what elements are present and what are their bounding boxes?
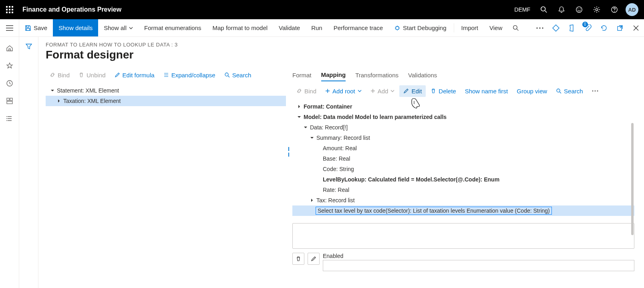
tree-row[interactable]: Format: Container xyxy=(292,101,634,112)
nav-workspaces[interactable] xyxy=(2,93,18,109)
hamburger-icon xyxy=(6,25,13,31)
left-edit-formula-button[interactable]: Edit formula xyxy=(111,69,159,81)
tab-format[interactable]: Format xyxy=(292,69,312,81)
tree-expand-toggle[interactable] xyxy=(308,199,316,202)
show-name-first-button[interactable]: Show name first xyxy=(461,85,512,97)
tree-collapse-toggle[interactable] xyxy=(49,89,56,92)
search-icon xyxy=(224,72,230,78)
show-details-button[interactable]: Show details xyxy=(53,19,98,36)
office-addin-button[interactable] xyxy=(564,19,580,36)
search-icon xyxy=(513,25,519,31)
notifications-button[interactable] xyxy=(553,0,570,19)
feedback-button[interactable] xyxy=(570,0,588,19)
close-button[interactable] xyxy=(628,19,644,36)
global-header: Finance and Operations Preview DEMF AD xyxy=(0,0,644,19)
nav-recent[interactable] xyxy=(2,75,18,91)
tree-collapse-toggle[interactable] xyxy=(296,115,303,119)
tree-node-label: Summary: Record list xyxy=(316,135,370,141)
nav-favorites[interactable] xyxy=(2,58,18,74)
performance-trace-button[interactable]: Performance trace xyxy=(328,19,388,36)
left-expand-button[interactable]: Expand/collapse xyxy=(159,69,219,81)
scrollbar-thumb[interactable] xyxy=(631,123,634,235)
left-unbind-label: Unbind xyxy=(87,72,106,79)
more-commands-button[interactable] xyxy=(532,19,548,36)
right-bind-label: Bind xyxy=(304,88,316,95)
refresh-button[interactable] xyxy=(596,19,612,36)
format-enumerations-button[interactable]: Format enumerations xyxy=(139,19,207,36)
edit-label: Edit xyxy=(411,88,422,95)
show-all-button[interactable]: Show all xyxy=(98,19,139,36)
tree-row[interactable]: Tax: Record list xyxy=(292,195,634,205)
right-bind-button[interactable]: Bind xyxy=(292,85,320,97)
add-button[interactable]: Add xyxy=(366,85,399,97)
trash-icon xyxy=(78,72,84,78)
enabled-edit-button[interactable] xyxy=(308,253,320,265)
tree-row-selected[interactable]: Taxation: XML Element xyxy=(46,96,286,106)
tree-row-selected[interactable]: Select tax level by tax code(Selector): … xyxy=(292,205,634,216)
enabled-delete-button[interactable] xyxy=(292,253,304,265)
nav-home[interactable] xyxy=(2,40,18,56)
user-avatar[interactable]: AD xyxy=(626,3,638,16)
pane-splitter[interactable] xyxy=(288,147,291,157)
tree-row[interactable]: Summary: Record list xyxy=(292,133,634,143)
tree-expand-toggle[interactable] xyxy=(296,105,303,108)
tree-row[interactable]: Model: Data model Model to learn paramet… xyxy=(292,112,634,122)
save-button[interactable]: Save xyxy=(19,19,53,36)
svg-point-23 xyxy=(536,27,537,28)
tree-collapse-toggle[interactable] xyxy=(308,136,316,139)
add-root-button[interactable]: Add root xyxy=(321,85,366,97)
formula-editor[interactable] xyxy=(292,223,634,249)
app-launcher[interactable] xyxy=(0,0,19,19)
add-root-label: Add root xyxy=(332,88,355,95)
tree-row[interactable]: Data: Record[!] xyxy=(292,122,634,133)
find-button[interactable] xyxy=(508,19,524,36)
right-more-button[interactable] xyxy=(588,88,602,94)
nav-toggle-button[interactable] xyxy=(0,19,19,36)
tree-row[interactable]: Amount: Real xyxy=(292,143,634,153)
settings-button[interactable] xyxy=(588,0,606,19)
global-search-button[interactable] xyxy=(535,0,553,19)
tree-row[interactable]: Statement: XML Element xyxy=(46,85,286,96)
right-tabs: Format Mapping Transformations Validatio… xyxy=(292,67,634,83)
left-search-button[interactable]: Search xyxy=(220,69,256,81)
map-format-button[interactable]: Map format to model xyxy=(207,19,274,36)
left-bind-button[interactable]: Bind xyxy=(46,69,74,81)
start-debugging-button[interactable]: Start Debugging xyxy=(388,19,452,36)
tree-row[interactable]: LevelByLookup: Calculated field = Model.… xyxy=(292,174,634,185)
edit-button[interactable]: Edit xyxy=(399,85,426,97)
nav-modules[interactable] xyxy=(2,111,18,127)
validate-button[interactable]: Validate xyxy=(273,19,306,36)
right-search-button[interactable]: Search xyxy=(552,85,587,97)
tree-row[interactable]: Base: Real xyxy=(292,153,634,164)
related-info-button[interactable] xyxy=(548,19,564,36)
tab-transformations[interactable]: Transformations xyxy=(355,69,398,81)
import-button[interactable]: Import xyxy=(456,19,484,36)
pencil-icon xyxy=(311,256,316,262)
breadcrumb: FORMAT TO LEARN HOW TO LOOKUP LE DATA : … xyxy=(46,42,634,48)
svg-rect-4 xyxy=(9,9,10,10)
command-bar: Save Show details Show all Format enumer… xyxy=(0,19,644,37)
tree-node-label: Tax: Record list xyxy=(316,197,355,203)
delete-button[interactable]: Delete xyxy=(427,85,460,97)
view-button[interactable]: View xyxy=(484,19,508,36)
popout-button[interactable] xyxy=(612,19,628,36)
svg-rect-7 xyxy=(9,12,10,13)
help-button[interactable] xyxy=(606,0,623,19)
svg-line-22 xyxy=(517,29,519,30)
tree-row[interactable]: Code: String xyxy=(292,164,634,174)
tree-expand-toggle[interactable] xyxy=(55,99,62,103)
tree-collapse-toggle[interactable] xyxy=(302,126,309,129)
main-content: FORMAT TO LEARN HOW TO LOOKUP LE DATA : … xyxy=(38,37,644,288)
run-button[interactable]: Run xyxy=(306,19,328,36)
filter-button[interactable] xyxy=(22,40,35,53)
attachments-button[interactable]: 0 xyxy=(580,19,596,36)
tab-mapping[interactable]: Mapping xyxy=(321,69,346,81)
enabled-input[interactable] xyxy=(323,260,634,271)
tree-row[interactable]: Rate: Real xyxy=(292,185,634,195)
left-unbind-button[interactable]: Unbind xyxy=(74,69,110,81)
tab-validations[interactable]: Validations xyxy=(408,69,437,81)
group-view-button[interactable]: Group view xyxy=(513,85,551,97)
link-icon xyxy=(296,88,302,94)
tree-node-label: Code: String xyxy=(322,166,354,172)
scrollbar[interactable] xyxy=(630,123,634,218)
